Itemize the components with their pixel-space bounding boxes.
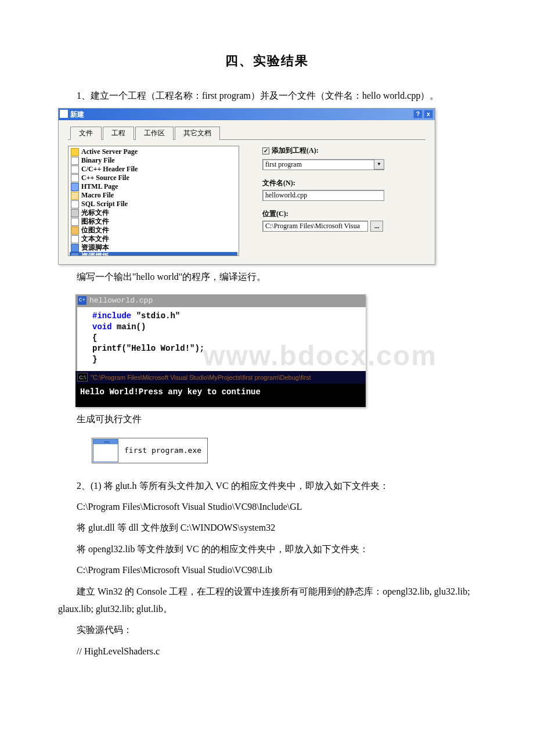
filetype-resource-template[interactable]: 资源模板 (70, 252, 237, 256)
exe-file-item[interactable]: first program.exe (92, 438, 208, 463)
dialog-titlebar[interactable]: 新建 ? x (59, 109, 435, 120)
project-value: first program (265, 160, 302, 168)
filetype-label: C++ Source File (81, 174, 129, 182)
filetype-resource-script[interactable]: 资源脚本 (70, 243, 237, 252)
glut-lib-paragraph: 将 opengl32.lib 等文件放到 VC 的的相应文件夹中，即放入如下文件… (58, 541, 476, 558)
filetype-text-file[interactable]: 文本文件 (70, 235, 237, 243)
filetype-label: C/C++ Header File (81, 165, 138, 174)
resource-template-icon (71, 253, 79, 257)
add-to-project-checkbox[interactable]: ✓ (262, 147, 269, 154)
filetype-label: SQL Script File (81, 200, 128, 208)
code-window-title: helloworld.cpp (89, 296, 153, 305)
filetype-label: 文本文件 (81, 235, 109, 243)
glut-include-path: C:\Program Files\Microsoft Visual Studio… (58, 498, 476, 516)
location-input[interactable]: C:\Program Files\Microsoft Visua (262, 221, 368, 232)
console-output: Hello World!Press any key to continue (75, 384, 366, 407)
glut-lib-path: C:\Program Files\Microsoft Visual Studio… (58, 561, 476, 579)
sql-icon (71, 200, 79, 208)
filetype-label: 资源脚本 (81, 243, 109, 252)
tab-otherdocs[interactable]: 其它文档 (175, 127, 220, 140)
filetype-label: Macro File (81, 191, 114, 200)
icon-file-icon (71, 218, 79, 226)
cpp-file-icon: C+ (78, 296, 86, 305)
code-token: main() (112, 322, 146, 332)
filetype-html-page[interactable]: HTML Page (70, 182, 237, 191)
dialog-title: 新建 (70, 110, 84, 118)
code-line: printf("Hello World!"); (92, 343, 360, 354)
generate-exe-paragraph: 生成可执行文件 (58, 411, 476, 428)
filetype-label: HTML Page (81, 182, 118, 191)
source-code-filename: // HighLevelShaders.c (58, 643, 476, 660)
code-token: printf("Hello World!"); (92, 344, 204, 353)
section-heading: 四、实验结果 (58, 52, 476, 70)
tab-workspace[interactable]: 工作区 (135, 127, 174, 140)
macro-icon (71, 192, 79, 200)
filetype-sql-script[interactable]: SQL Script File (70, 200, 237, 208)
titlebar-button-group: ? x (413, 110, 433, 118)
intro-paragraph-1: 1、建立一个工程（工程名称：first program）并及一个文件（文件名：h… (58, 87, 476, 105)
project-setup-paragraph: 建立 Win32 的 Console 工程，在工程的设置中连接所有可能用到的静态… (58, 583, 476, 618)
dropdown-arrow-icon[interactable]: ▼ (374, 160, 384, 170)
dialog-icon (60, 110, 68, 118)
new-file-dialog: 新建 ? x 文件 工程 工作区 其它文档 Active Server Page… (58, 108, 435, 265)
glut-dll-paragraph: 将 glut.dll 等 dll 文件放到 C:\WINDOWS\system3… (58, 519, 476, 537)
exe-icon (93, 439, 118, 462)
asp-icon (71, 148, 79, 156)
filename-value: helloworld.cpp (265, 191, 307, 199)
filetype-label: 光标文件 (81, 208, 109, 217)
code-window-titlebar[interactable]: C+ helloworld.cpp (75, 294, 366, 307)
source-code-label: 实验源代码： (58, 621, 476, 639)
bitmap-icon (71, 226, 79, 235)
text-icon (71, 235, 79, 243)
location-label: 位置(C): (262, 209, 425, 219)
filename-label: 文件名(N): (262, 178, 425, 188)
code-line: } (92, 354, 360, 365)
filetype-list[interactable]: Active Server Page Binary File C/C++ Hea… (68, 146, 239, 256)
binary-icon (71, 157, 79, 165)
close-button[interactable]: x (424, 110, 433, 118)
location-value: C:\Program Files\Microsoft Visua (265, 222, 360, 230)
code-token: { (92, 333, 97, 343)
code-token: #include (92, 311, 136, 321)
code-token: } (92, 355, 97, 364)
intro-text: 1、建立一个工程（工程名称：first program）并及一个文件（文件名：h… (77, 91, 439, 100)
exe-filename: first program.exe (124, 446, 201, 455)
cursor-icon (71, 209, 79, 217)
filetype-binary-file[interactable]: Binary File (70, 156, 237, 165)
browse-button[interactable]: ... (370, 221, 383, 232)
filetype-icon-file[interactable]: 图标文件 (70, 217, 237, 226)
filetype-label: 图标文件 (81, 217, 109, 226)
tab-project[interactable]: 工程 (103, 127, 134, 140)
filetype-label: Binary File (81, 156, 115, 165)
cpp-icon (71, 174, 79, 182)
add-to-project-label: 添加到工程(A): (272, 146, 319, 156)
code-line: #include "stdio.h" (92, 311, 360, 322)
code-line: { (92, 333, 360, 344)
code-editor-window: C+ helloworld.cpp #include "stdio.h" voi… (75, 294, 366, 407)
tab-file[interactable]: 文件 (70, 127, 102, 140)
resource-script-icon (71, 244, 79, 252)
filetype-active-server-page[interactable]: Active Server Page (70, 147, 237, 156)
code-line: void main() (92, 322, 360, 333)
compile-paragraph: 编写一个输出"hello world"的程序，编译运行。 (58, 268, 476, 286)
console-icon: C:\ (77, 373, 88, 381)
filetype-label: Active Server Page (81, 147, 138, 156)
filetype-bitmap-file[interactable]: 位图文件 (70, 226, 237, 235)
filetype-header-file[interactable]: C/C++ Header File (70, 165, 237, 174)
dialog-tabs: 文件 工程 工作区 其它文档 (68, 126, 425, 140)
filetype-label: 资源模板 (81, 252, 109, 256)
filetype-cursor-file[interactable]: 光标文件 (70, 208, 237, 217)
filename-input[interactable]: helloworld.cpp (262, 190, 384, 201)
project-dropdown[interactable]: first program ▼ (262, 159, 384, 170)
dialog-right-pane: ✓ 添加到工程(A): first program ▼ 文件名(N): hell… (262, 146, 425, 256)
code-area: #include "stdio.h" void main() { printf(… (75, 307, 366, 371)
html-icon (71, 183, 79, 191)
glut-intro-paragraph: 2、(1) 将 glut.h 等所有头文件加入 VC 的相应文件夹中，即放入如下… (58, 477, 476, 495)
console-titlebar: C:\ "C:\Program Files\Microsoft Visual S… (75, 371, 366, 384)
code-token: "stdio.h" (136, 311, 181, 321)
filetype-cpp-source-file[interactable]: C++ Source File (70, 174, 237, 182)
header-icon (71, 165, 79, 174)
console-path: "C:\Program Files\Microsoft Visual Studi… (91, 374, 311, 381)
help-button[interactable]: ? (413, 110, 423, 118)
filetype-macro-file[interactable]: Macro File (70, 191, 237, 200)
